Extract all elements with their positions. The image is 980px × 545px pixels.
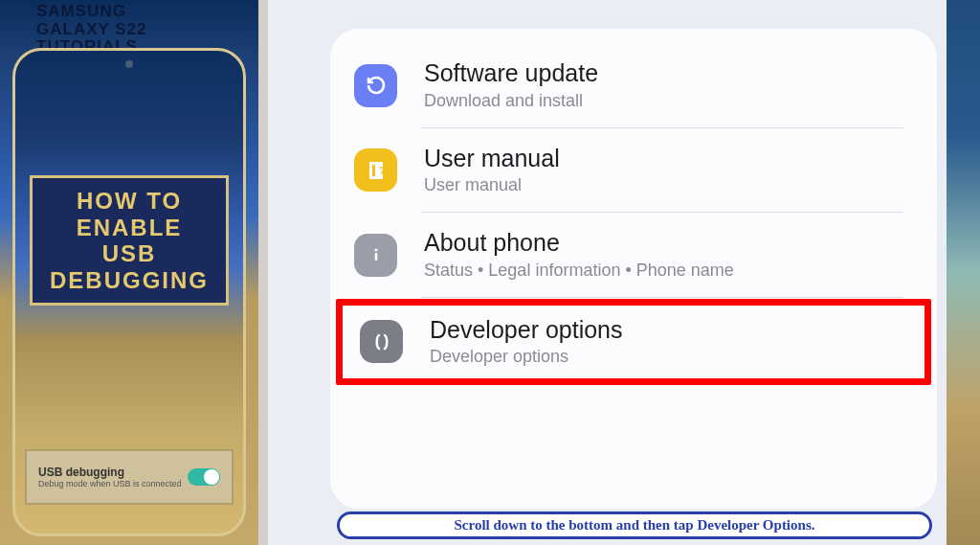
settings-item-developer-options[interactable]: Developer options Developer options [336, 299, 931, 386]
svg-text:?: ? [379, 165, 386, 176]
svg-point-4 [374, 249, 377, 252]
row-text: User manual User manual [424, 146, 560, 196]
usb-title: USB debugging [38, 466, 182, 479]
info-icon [354, 234, 397, 277]
row-text: About phone Status • Legal information •… [424, 230, 734, 281]
svg-rect-1 [372, 165, 375, 176]
title-line: DEBUGGING [37, 267, 221, 294]
instruction-caption: Scroll down to the bottom and then tap D… [337, 511, 932, 539]
row-title: Developer options [430, 317, 623, 344]
settings-item-about-phone[interactable]: About phone Status • Legal information •… [330, 213, 937, 298]
settings-card: Software update Download and install ? U… [330, 29, 937, 509]
row-title: Software update [424, 60, 598, 87]
row-subtitle: Status • Legal information • Phone name [424, 261, 734, 281]
usb-text: USB debugging Debug mode when USB is con… [38, 466, 182, 488]
usb-debugging-card[interactable]: USB debugging Debug mode when USB is con… [25, 449, 234, 505]
developer-icon [360, 320, 403, 363]
title-line: HOW TO [37, 188, 221, 215]
phone-camera-notch [125, 60, 133, 68]
settings-item-software-update[interactable]: Software update Download and install [330, 43, 937, 128]
usb-toggle[interactable] [188, 468, 220, 486]
settings-item-user-manual[interactable]: ? User manual User manual [330, 128, 937, 214]
row-title: About phone [424, 230, 734, 257]
row-subtitle: Developer options [430, 347, 623, 367]
refresh-icon [354, 64, 397, 107]
tutorial-title-box: HOW TO ENABLE USB DEBUGGING [30, 175, 229, 306]
row-text: Developer options Developer options [430, 317, 623, 368]
brand-text: SAMSUNG [36, 3, 239, 21]
usb-subtitle: Debug mode when USB is connected [38, 479, 182, 488]
decorative-strip [947, 0, 980, 545]
row-subtitle: Download and install [424, 91, 598, 111]
row-title: User manual [424, 146, 560, 172]
title-line: ENABLE [37, 215, 221, 241]
title-line: USB [37, 240, 221, 267]
row-text: Software update Download and install [424, 60, 598, 111]
svg-rect-5 [374, 253, 377, 261]
settings-panel: Software update Download and install ? U… [268, 0, 980, 545]
tutorial-sidebar: SAMSUNG GALAXY S22 TUTORIALS HOW TO ENAB… [0, 0, 258, 545]
row-subtitle: User manual [424, 175, 560, 195]
toggle-knob [204, 469, 219, 485]
phone-frame: HOW TO ENABLE USB DEBUGGING USB debuggin… [12, 48, 246, 536]
manual-icon: ? [354, 148, 397, 192]
